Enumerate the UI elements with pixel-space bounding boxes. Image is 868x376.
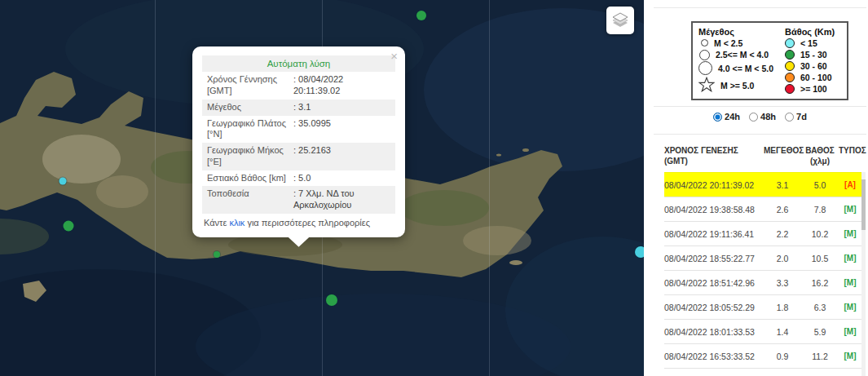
radio-selected-icon[interactable] xyxy=(713,113,722,122)
time-filter-7d[interactable]: 7d xyxy=(785,112,807,122)
depth-legend-label: 30 - 60 xyxy=(800,61,827,71)
earthquake-table: ΧΡΟΝΟΣ ΓΕΝΕΣΗΣ (GMT) ΜΕΓΕΘΟΣ ΒΑΘΟΣ (χλμ)… xyxy=(664,143,861,376)
depth-legend-item: >= 100 xyxy=(785,84,841,94)
circle-m-symbol xyxy=(699,50,710,60)
popup-field-label: Γεωγραφικό Μήκος [°E] xyxy=(207,145,293,168)
event-type: [M] xyxy=(839,229,861,238)
event-magnitude: 1.4 xyxy=(764,327,801,337)
table-row[interactable]: 08/04/2022 18:51:42.963.316.2[M] xyxy=(664,270,861,294)
popup-footer: Κάντε κλικ για περισσότερες πληροφορίες xyxy=(202,214,395,231)
table-row[interactable]: 08/04/2022 16:53:33.520.911.2[M] xyxy=(664,343,861,368)
depth-color-dot xyxy=(785,73,795,82)
event-time: 08/04/2022 19:38:58.48 xyxy=(664,205,764,215)
earthquake-popup: Αυτόματη λύση Χρόνος Γέννησης [GMT]: 08/… xyxy=(192,46,405,237)
table-row[interactable]: 08/04/2022 18:01:33.531.45.9[M] xyxy=(664,319,861,343)
table-row[interactable]: 08/04/2022 20:11:39.023.15.0[A] xyxy=(664,172,861,197)
time-filter-48h[interactable]: 48h xyxy=(749,112,776,122)
popup-footer-suffix: για περισσότερες πληροφορίες xyxy=(245,218,370,228)
depth-color-dot xyxy=(785,50,795,60)
event-time: 08/04/2022 20:11:39.02 xyxy=(664,180,764,190)
scrollbar-thumb[interactable] xyxy=(861,179,866,230)
popup-field-label: Τοποθεσία xyxy=(207,188,293,211)
popup-field-value: : 08/04/2022 20:11:39.02 xyxy=(293,74,390,97)
magnitude-legend-item: M < 2.5 xyxy=(698,38,782,48)
event-type: [M] xyxy=(839,278,861,287)
layers-icon xyxy=(610,10,631,31)
depth-legend-item: 30 - 60 xyxy=(785,61,841,71)
table-row[interactable]: 08/04/2022 18:55:22.772.010.5[M] xyxy=(664,246,861,270)
star-icon xyxy=(698,77,715,92)
earthquake-marker[interactable] xyxy=(64,221,74,232)
depth-legend: Βάθος (Km) < 1515 - 3030 - 6060 - 100>= … xyxy=(785,27,841,94)
radio-icon[interactable] xyxy=(785,113,794,122)
popup-field-row: Χρόνος Γέννησης [GMT]: 08/04/2022 20:11:… xyxy=(202,72,395,100)
popup-title: Αυτόματη λύση xyxy=(202,55,395,72)
popup-field-row: Τοποθεσία: 7 Χλμ. ΝΔ του Αρκαλοχωρίου xyxy=(202,186,395,214)
divider xyxy=(654,134,866,135)
event-magnitude: 2.0 xyxy=(764,254,801,263)
event-time: 08/04/2022 18:05:52.29 xyxy=(664,303,764,312)
depth-legend-label: < 15 xyxy=(800,38,817,48)
table-body: 08/04/2022 20:11:39.023.15.0[A]08/04/202… xyxy=(664,172,861,376)
popup-close-icon[interactable]: × xyxy=(390,50,398,62)
popup-field-row: Γεωγραφικό Μήκος [°E]: 25.2163 xyxy=(202,143,395,170)
event-magnitude: 2.6 xyxy=(764,205,801,215)
table-scrollbar[interactable] xyxy=(861,172,866,376)
event-type: [A] xyxy=(839,180,861,189)
earthquake-info-panel: Μέγεθος M < 2.52.5<= M < 4.04.0 <= M < 5… xyxy=(652,0,868,376)
header-type: ΤΥΠΟΣ xyxy=(839,146,861,157)
table-row[interactable]: 08/04/2022 16:03:28.043.211.6[M] xyxy=(664,368,861,376)
circle-s-symbol xyxy=(701,39,708,46)
popup-field-label: Γεωγραφικό Πλάτος [°N] xyxy=(207,118,293,141)
event-magnitude: 1.8 xyxy=(764,303,801,312)
earthquake-marker[interactable] xyxy=(416,11,426,20)
depth-legend-item: < 15 xyxy=(785,38,841,48)
event-depth: 11.2 xyxy=(801,352,839,361)
event-type: [M] xyxy=(839,303,861,312)
event-magnitude: 2.2 xyxy=(764,229,801,239)
header-time: ΧΡΟΝΟΣ ΓΕΝΕΣΗΣ (GMT) xyxy=(664,146,764,166)
earthquake-marker[interactable] xyxy=(214,251,220,258)
earthquake-marker[interactable] xyxy=(635,246,644,258)
depth-color-dot xyxy=(785,61,795,71)
radio-icon[interactable] xyxy=(749,113,758,122)
table-row[interactable]: 08/04/2022 18:05:52.291.86.3[M] xyxy=(664,294,861,319)
popup-field-value: : 7 Χλμ. ΝΔ του Αρκαλοχωρίου xyxy=(293,188,390,211)
time-filter-label: 7d xyxy=(796,112,807,122)
popup-field-value: : 5.0 xyxy=(293,173,390,184)
magnitude-legend-label: M < 2.5 xyxy=(714,38,742,48)
popup-field-value: : 3.1 xyxy=(293,102,390,113)
layers-control-button[interactable] xyxy=(606,7,634,34)
table-row[interactable]: 08/04/2022 19:38:58.482.67.8[M] xyxy=(664,197,861,221)
magnitude-legend-label: 4.0 <= M < 5.0 xyxy=(718,64,773,73)
event-depth: 10.5 xyxy=(801,254,839,263)
event-magnitude: 3.3 xyxy=(764,278,801,288)
event-depth: 10.2 xyxy=(801,229,839,239)
seismicity-map[interactable]: Αυτόματη λύση Χρόνος Γέννησης [GMT]: 08/… xyxy=(0,0,644,376)
popup-field-row: Μέγεθος: 3.1 xyxy=(202,100,395,116)
event-depth: 5.0 xyxy=(801,180,839,190)
popup-field-label: Χρόνος Γέννησης [GMT] xyxy=(207,74,293,97)
header-depth: ΒΑΘΟΣ (χλμ) xyxy=(801,146,839,166)
magnitude-legend-item: M >= 5.0 xyxy=(698,77,782,94)
depth-color-dot xyxy=(785,38,795,48)
depth-color-dot xyxy=(785,84,795,94)
depth-legend-item: 60 - 100 xyxy=(785,73,841,82)
event-time: 08/04/2022 16:53:33.52 xyxy=(664,352,764,361)
event-magnitude: 0.9 xyxy=(764,352,801,361)
earthquake-marker[interactable] xyxy=(59,178,67,185)
event-time: 08/04/2022 18:01:33.53 xyxy=(664,327,764,337)
time-filter-24h[interactable]: 24h xyxy=(713,112,740,122)
more-info-link[interactable]: κλικ xyxy=(229,218,245,228)
table-row[interactable]: 08/04/2022 19:11:36.412.210.2[M] xyxy=(664,221,861,246)
magnitude-legend-label: 2.5<= M < 4.0 xyxy=(716,50,769,60)
event-type: [M] xyxy=(839,254,861,263)
earthquake-marker[interactable] xyxy=(326,294,337,306)
depth-legend-item: 15 - 30 xyxy=(785,50,841,60)
popup-field-label: Εστιακό Βάθος [km] xyxy=(207,173,293,184)
event-magnitude: 3.1 xyxy=(764,180,801,190)
popup-field-value: : 25.2163 xyxy=(293,145,390,168)
popup-field-row: Εστιακό Βάθος [km]: 5.0 xyxy=(202,170,395,187)
depth-legend-label: 60 - 100 xyxy=(800,73,832,82)
event-depth: 6.3 xyxy=(801,303,839,312)
